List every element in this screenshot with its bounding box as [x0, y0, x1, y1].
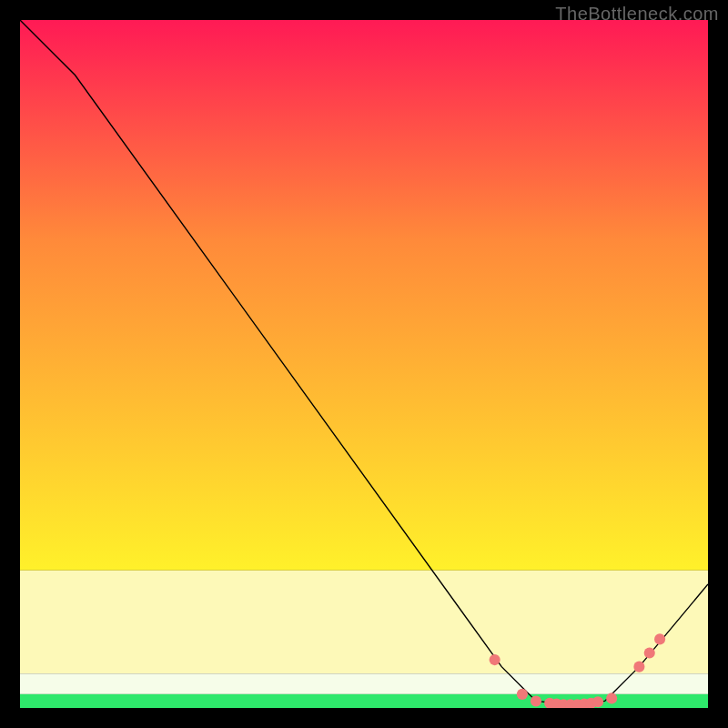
- marker-dot: [531, 695, 541, 706]
- band-greenish-white: [20, 673, 708, 694]
- marker-dot: [517, 689, 528, 700]
- chart-svg: [20, 20, 708, 708]
- watermark-text: TheBottleneck.com: [555, 4, 719, 25]
- marker-dot: [592, 696, 603, 707]
- marker-dot: [490, 654, 500, 665]
- band-gradient: [20, 20, 708, 571]
- marker-dot: [606, 693, 617, 703]
- marker-dot: [644, 647, 655, 658]
- plot-area: [20, 20, 708, 708]
- chart-frame: TheBottleneck.com: [0, 0, 728, 728]
- marker-dot: [633, 662, 644, 672]
- marker-dot: [654, 633, 665, 644]
- band-pale-yellow: [20, 571, 708, 673]
